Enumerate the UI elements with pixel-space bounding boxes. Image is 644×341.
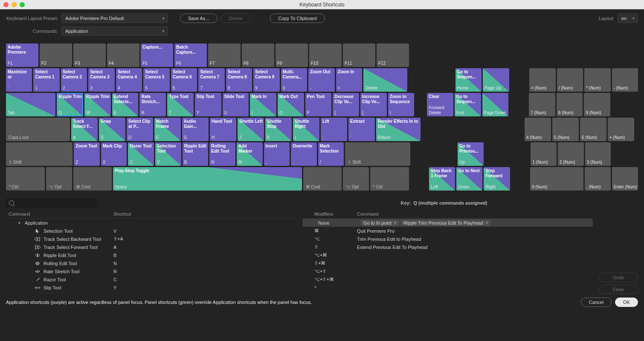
key-[interactable]: Overwrite. bbox=[291, 142, 317, 166]
key-capslock[interactable]: Caps Lock bbox=[6, 118, 70, 141]
key-y[interactable]: Slip ToolY bbox=[195, 93, 221, 116]
key-home[interactable]: Go to Sequen...Home bbox=[455, 68, 482, 92]
key-r[interactable]: Rate Stretch...R bbox=[139, 93, 166, 116]
key-[interactable]: Insert, bbox=[264, 142, 290, 166]
key-f11[interactable]: F11 bbox=[343, 43, 375, 67]
key-delete[interactable]: Delete bbox=[363, 68, 407, 92]
key-[interactable]: Increase Clip Vo...] bbox=[360, 93, 387, 116]
key-z[interactable]: Zoom ToolZ bbox=[74, 142, 100, 166]
key-num[interactable]: + (Num) bbox=[608, 118, 634, 141]
command-row[interactable]: Track Select Backward Tool⇧+A bbox=[6, 235, 296, 243]
modifier-row[interactable]: ⌥+⇧+⌘ bbox=[302, 275, 593, 283]
key-enternum[interactable]: Enter (Num) bbox=[612, 167, 638, 191]
key-pagedown[interactable]: Page Down bbox=[482, 93, 509, 116]
key-f1[interactable]: Adobe PremiereF1 bbox=[6, 43, 38, 67]
key-f5[interactable]: Capture...F5 bbox=[141, 43, 173, 67]
remove-icon[interactable]: × bbox=[486, 220, 488, 225]
collapse-icon[interactable]: ▾ bbox=[16, 221, 22, 225]
key-[interactable]: Mark Selection/ bbox=[318, 142, 344, 166]
key-4num[interactable]: 4 (Num) bbox=[525, 118, 551, 141]
key-d[interactable]: Select Clip at P...D bbox=[127, 118, 153, 141]
modifier-row[interactable]: NoneGo to In point×Ripple Trim Previous … bbox=[302, 219, 593, 227]
key-cmd[interactable]: ⌘ Cmd bbox=[73, 167, 112, 191]
key-up[interactable]: Go to Previou...Up bbox=[458, 142, 484, 166]
key-c[interactable]: Razor ToolC bbox=[128, 142, 154, 166]
key-f10[interactable]: F10 bbox=[309, 43, 342, 67]
key-u[interactable]: Slide ToolU bbox=[223, 93, 249, 116]
key-a[interactable]: Track Select F...A bbox=[71, 118, 98, 141]
key-f7[interactable]: F7 bbox=[208, 43, 241, 67]
undo-button[interactable]: Undo bbox=[599, 273, 638, 282]
commands-select[interactable]: Application bbox=[61, 26, 168, 36]
key-f8[interactable]: F8 bbox=[242, 43, 274, 67]
assignment-chip[interactable]: Ripple Trim Previous Edit To Playhead× bbox=[401, 220, 491, 226]
key-q[interactable]: Ripple TrimQ bbox=[57, 93, 83, 116]
key-9num[interactable]: 9 (Num) bbox=[584, 93, 610, 116]
search-input[interactable] bbox=[16, 200, 93, 205]
key-[interactable]: Decrease Clip Vo...[ bbox=[333, 93, 359, 116]
key-m[interactable]: Add MarkerM bbox=[237, 142, 263, 166]
command-row[interactable]: Slip ToolY bbox=[6, 283, 296, 292]
key-j[interactable]: Shuttle LeftJ bbox=[238, 118, 264, 141]
key-f2[interactable]: F2 bbox=[40, 43, 72, 67]
key-2[interactable]: Select Camera 22 bbox=[61, 68, 87, 92]
command-row[interactable]: Ripple Edit ToolB bbox=[6, 251, 296, 259]
remove-icon[interactable]: × bbox=[394, 220, 397, 225]
key-8num[interactable]: 8 (Num) bbox=[557, 93, 583, 116]
save-as-button[interactable]: Save As... bbox=[180, 14, 218, 23]
layout-select[interactable]: en bbox=[618, 14, 638, 23]
key-l[interactable]: Shuttle RightL bbox=[293, 118, 319, 141]
key-return[interactable]: Render Effects In to OutReturn bbox=[376, 118, 421, 141]
key-[interactable]: Zoom to Sequence\ bbox=[388, 93, 415, 116]
key-right[interactable]: Step ForwardRight bbox=[484, 167, 510, 191]
key-x[interactable]: Mark ClipX bbox=[101, 142, 127, 166]
key-shift[interactable]: ⇧ Shift bbox=[345, 142, 410, 166]
key-o[interactable]: Mark OutO bbox=[278, 93, 304, 116]
modifier-row[interactable]: ⌥+⇧ bbox=[302, 267, 593, 275]
key-num[interactable]: * (Num) bbox=[584, 68, 610, 92]
key-f4[interactable]: F4 bbox=[107, 43, 139, 67]
key-num[interactable]: . (Num) bbox=[585, 167, 611, 191]
command-row[interactable]: Rate Stretch ToolR bbox=[6, 267, 296, 275]
key-f9[interactable]: F9 bbox=[276, 43, 308, 67]
key-[interactable]: Extract' bbox=[348, 118, 375, 141]
key-pageup[interactable]: Page Up bbox=[483, 68, 509, 92]
modifier-row[interactable]: ⌥+⌘ bbox=[302, 251, 593, 259]
cancel-button[interactable]: Cancel bbox=[581, 298, 612, 307]
key-7[interactable]: Select Camera 77 bbox=[198, 68, 224, 92]
key-3num[interactable]: 3 (Num) bbox=[585, 142, 611, 166]
key-num[interactable]: - (Num) bbox=[612, 68, 638, 92]
key-n[interactable]: Rolling Edit ToolN bbox=[209, 142, 235, 166]
key-w[interactable]: Ripple TrimW bbox=[84, 93, 111, 116]
modifier-row[interactable]: ⌘Quit Premiere Pro bbox=[302, 227, 593, 235]
command-row[interactable]: Selection ToolV bbox=[6, 227, 296, 235]
key-5[interactable]: Select Camera 55 bbox=[143, 68, 169, 92]
clear-button[interactable]: Clear bbox=[599, 285, 638, 294]
key-3[interactable]: Select Camera 33 bbox=[88, 68, 114, 92]
key-left[interactable]: Step Back 1 FrameLeft bbox=[429, 167, 455, 191]
key-forwarddelete[interactable]: ClearForward Delete bbox=[427, 93, 453, 116]
key-cmd[interactable]: ⌘ Cmd bbox=[303, 167, 342, 191]
key-1[interactable]: Select Camera 11 bbox=[33, 68, 59, 92]
key-g[interactable]: Audio Gain...G bbox=[182, 118, 209, 141]
key-[interactable]: Lift; bbox=[321, 118, 347, 141]
key-7num[interactable]: 7 (Num) bbox=[529, 93, 555, 116]
key-opt[interactable]: ⌥ Opt bbox=[46, 167, 72, 191]
key-f6[interactable]: Batch Capture...F6 bbox=[174, 43, 207, 67]
key-8[interactable]: Select Camera 88 bbox=[226, 68, 252, 92]
ok-button[interactable]: OK bbox=[615, 298, 638, 307]
key-num[interactable]: / (Num) bbox=[557, 68, 583, 92]
command-row[interactable]: Track Select Forward ToolA bbox=[6, 243, 296, 251]
key-ctrl[interactable]: ^ Ctrl bbox=[370, 167, 409, 191]
key-tab[interactable]: Tab bbox=[6, 93, 55, 116]
key-down[interactable]: Go to NextDown bbox=[456, 167, 482, 191]
key-[interactable]: Maximize or` bbox=[6, 68, 32, 92]
key-4[interactable]: Select Camera 44 bbox=[116, 68, 142, 92]
modifier-row[interactable]: ^ bbox=[302, 283, 593, 292]
key-f3[interactable]: F3 bbox=[73, 43, 106, 67]
command-row[interactable]: Razor ToolC bbox=[6, 275, 296, 283]
key-0num[interactable]: 0 (Num) bbox=[530, 167, 583, 191]
modifier-row[interactable]: ⇧+⌘ bbox=[302, 259, 593, 267]
key-end[interactable]: Go to Sequen...End bbox=[455, 93, 481, 116]
preset-select[interactable]: Adobe Premiere Pro Default bbox=[61, 14, 168, 23]
